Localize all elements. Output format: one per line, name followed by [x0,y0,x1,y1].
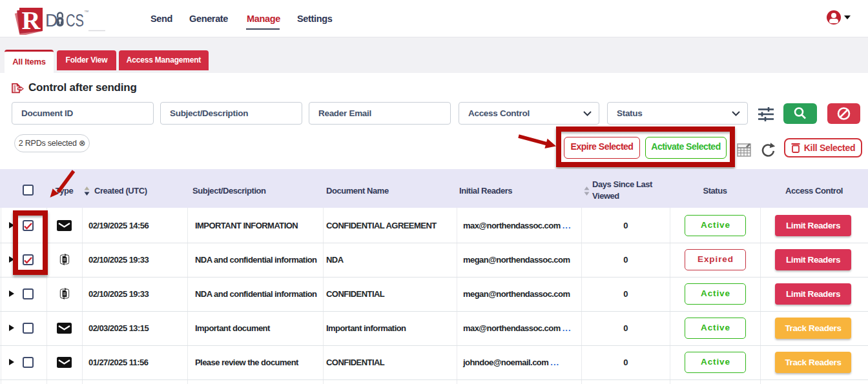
svg-text:D: D [45,11,58,30]
svg-text:™: ™ [84,9,89,15]
svg-text:R: R [22,6,41,35]
svg-text:CS: CS [66,11,84,30]
